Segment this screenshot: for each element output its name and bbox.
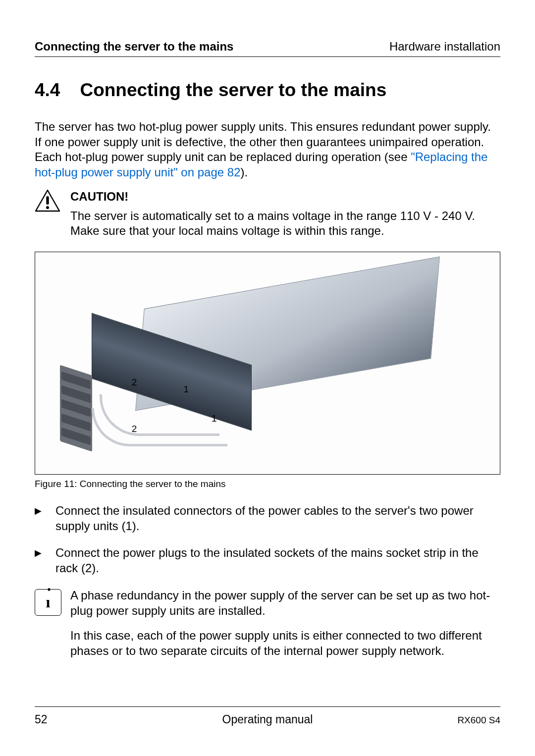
footer-center: Operating manual xyxy=(222,713,313,726)
svg-point-2 xyxy=(46,206,49,209)
step-bullet-icon: ▶ xyxy=(35,503,47,534)
header-left: Connecting the server to the mains xyxy=(35,40,233,54)
callout-1a: 1 xyxy=(184,384,189,395)
header-right: Hardware installation xyxy=(389,40,500,54)
intro-after: ). xyxy=(240,165,248,179)
caution-body: The server is automatically set to a mai… xyxy=(70,209,500,239)
info-block: ı A phase redundancy in the power supply… xyxy=(35,588,500,669)
caution-block: CAUTION! The server is automatically set… xyxy=(35,189,500,239)
section-number: 4.4 xyxy=(35,80,60,101)
footer-right: RX600 S4 xyxy=(457,715,500,726)
figure-caption: Figure 11: Connecting the server to the … xyxy=(35,479,500,489)
step-bullet-icon: ▶ xyxy=(35,545,47,576)
step-text: Connect the insulated connectors of the … xyxy=(55,503,500,534)
step-text: Connect the power plugs to the insulated… xyxy=(55,545,500,576)
info-paragraph-1: A phase redundancy in the power supply o… xyxy=(70,588,500,618)
figure-illustration: 2 1 1 2 xyxy=(35,252,500,475)
step-item: ▶ Connect the power plugs to the insulat… xyxy=(35,545,500,576)
intro-paragraph: The server has two hot-plug power supply… xyxy=(35,119,500,180)
step-item: ▶ Connect the insulated connectors of th… xyxy=(35,503,500,534)
info-paragraph-2: In this case, each of the power supply u… xyxy=(70,628,500,658)
section-heading: 4.4Connecting the server to the mains xyxy=(35,80,500,101)
callout-2a: 2 xyxy=(132,377,137,388)
step-list: ▶ Connect the insulated connectors of th… xyxy=(35,503,500,576)
callout-1b: 1 xyxy=(212,413,217,424)
page-number: 52 xyxy=(35,713,48,726)
running-header: Connecting the server to the mains Hardw… xyxy=(35,40,500,57)
callout-2b: 2 xyxy=(132,424,137,434)
page-footer: 52 Operating manual RX600 S4 xyxy=(35,706,500,726)
svg-rect-1 xyxy=(46,196,49,205)
section-title: Connecting the server to the mains xyxy=(80,80,386,100)
info-icon: ı xyxy=(35,589,61,616)
caution-icon xyxy=(35,189,61,239)
caution-title: CAUTION! xyxy=(70,189,500,205)
